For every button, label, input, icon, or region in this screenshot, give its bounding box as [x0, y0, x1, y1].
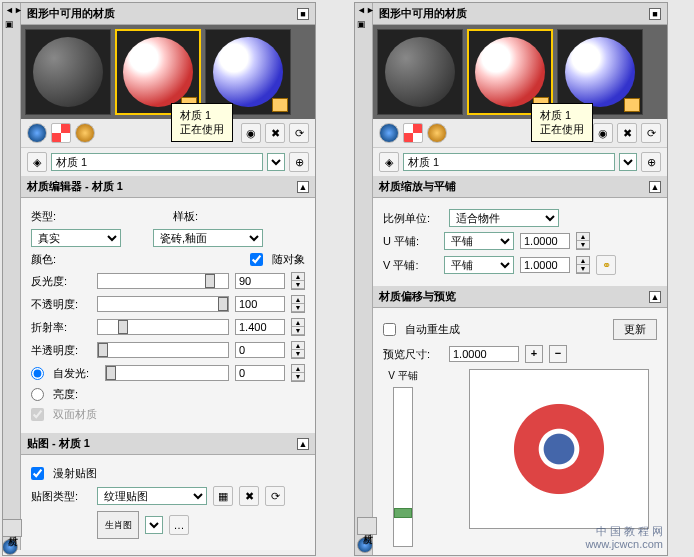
double-sided-checkbox — [31, 408, 44, 421]
map-type-select[interactable]: 纹理贴图 — [97, 487, 207, 505]
double-sided-label: 双面材质 — [53, 407, 97, 422]
minus-button[interactable]: − — [549, 345, 567, 363]
refract-input[interactable] — [235, 319, 285, 335]
self-illum-label: 自发光: — [53, 366, 99, 381]
apply-icon[interactable]: ⊕ — [289, 152, 309, 172]
expand-icon[interactable]: ◄► — [355, 3, 372, 17]
expand-icon[interactable]: ◄► — [3, 3, 20, 17]
material-icon[interactable]: ◈ — [379, 152, 399, 172]
checker-icon[interactable] — [403, 123, 423, 143]
collapse-icon[interactable]: ■ — [297, 8, 309, 20]
gloss-input[interactable] — [235, 273, 285, 289]
spinner[interactable]: ▲▼ — [291, 364, 305, 382]
refract-slider[interactable] — [97, 319, 229, 335]
follow-object-checkbox[interactable] — [250, 253, 263, 266]
map-tool-2[interactable]: ✖ — [239, 486, 259, 506]
spinner[interactable]: ▲▼ — [576, 256, 590, 274]
collapse-icon[interactable]: ▲ — [649, 291, 661, 303]
v-tile-label: V 平铺: — [383, 258, 438, 273]
spinner[interactable]: ▲▼ — [291, 295, 305, 313]
sphere-icon[interactable] — [27, 123, 47, 143]
brightness-radio[interactable] — [31, 388, 44, 401]
vtab-icon[interactable] — [357, 537, 373, 553]
map-header: 贴图 - 材质 1 ▲ — [21, 433, 315, 455]
update-button[interactable]: 更新 — [613, 319, 657, 340]
tool-icon-2[interactable]: ✖ — [265, 123, 285, 143]
link-icon[interactable]: ⚭ — [596, 255, 616, 275]
available-materials-header: 图形中可用的材质 ■ — [373, 3, 667, 25]
spinner[interactable]: ▲▼ — [291, 272, 305, 290]
apply-icon[interactable]: ⊕ — [641, 152, 661, 172]
material-name-input[interactable] — [51, 153, 263, 171]
left-panel: ◄► ▣ 图形中可用的材质 ■ ◉ ✖ ⟳ — [2, 2, 316, 556]
tooltip: 材质 1 正在使用 — [171, 103, 233, 142]
material-toolbar: ◉ ✖ ⟳ — [21, 119, 315, 148]
u-tile-label: U 平铺: — [383, 234, 438, 249]
material-name-dropdown[interactable] — [267, 153, 285, 171]
gold-sphere-icon[interactable] — [75, 123, 95, 143]
editor-header: 材质编辑器 - 材质 1 ▲ — [21, 176, 315, 198]
tool-icon-1[interactable]: ◉ — [593, 123, 613, 143]
pin-icon[interactable]: ▣ — [3, 17, 20, 31]
auto-regen-checkbox[interactable] — [383, 323, 396, 336]
tool-icon-3[interactable]: ⟳ — [641, 123, 661, 143]
map-tool-1[interactable]: ▦ — [213, 486, 233, 506]
diffuse-map-checkbox[interactable] — [31, 467, 44, 480]
map-type-label: 贴图类型: — [31, 489, 91, 504]
offset-header: 材质偏移与预览 ▲ — [373, 286, 667, 308]
spinner[interactable]: ▲▼ — [291, 318, 305, 336]
color-label: 颜色: — [31, 252, 91, 267]
right-panel: ◄► ▣ 图形中可用的材质 ■ ◉ ✖ ⟳ — [354, 2, 668, 556]
collapse-icon[interactable]: ▲ — [297, 181, 309, 193]
v-tile-preview-label: V 平铺 — [383, 369, 423, 383]
tool-icon-3[interactable]: ⟳ — [289, 123, 309, 143]
material-vtab[interactable]: 材质 — [357, 517, 377, 535]
material-thumb-1[interactable] — [25, 29, 111, 115]
material-name-dropdown[interactable] — [619, 153, 637, 171]
material-thumb-1[interactable] — [377, 29, 463, 115]
brightness-label: 亮度: — [53, 387, 78, 402]
self-illum-input[interactable] — [235, 365, 285, 381]
plus-button[interactable]: + — [525, 345, 543, 363]
v-tile-input[interactable] — [520, 257, 570, 273]
follow-object-label: 随对象 — [272, 252, 305, 267]
texture-thumb[interactable]: 生肖图 — [97, 511, 139, 539]
gold-sphere-icon[interactable] — [427, 123, 447, 143]
material-name-input[interactable] — [403, 153, 615, 171]
tool-icon-1[interactable]: ◉ — [241, 123, 261, 143]
v-tile-mode-select[interactable]: 平铺 — [444, 256, 514, 274]
preview-box — [469, 369, 649, 529]
arrow-icon — [624, 98, 640, 112]
opacity-label: 不透明度: — [31, 297, 91, 312]
spinner[interactable]: ▲▼ — [576, 232, 590, 250]
sphere-icon[interactable] — [379, 123, 399, 143]
gloss-slider[interactable] — [97, 273, 229, 289]
pin-icon[interactable]: ▣ — [355, 17, 372, 31]
self-illum-radio[interactable] — [31, 367, 44, 380]
material-vtab[interactable]: 材质 — [2, 519, 22, 537]
collapse-icon[interactable]: ▲ — [297, 438, 309, 450]
checker-icon[interactable] — [51, 123, 71, 143]
template-select[interactable]: 瓷砖,釉面 — [153, 229, 263, 247]
material-icon[interactable]: ◈ — [27, 152, 47, 172]
texture-dropdown[interactable] — [145, 516, 163, 534]
browse-icon[interactable]: … — [169, 515, 189, 535]
u-tile-input[interactable] — [520, 233, 570, 249]
translucency-input[interactable] — [235, 342, 285, 358]
preview-size-input[interactable] — [449, 346, 519, 362]
collapse-icon[interactable]: ▲ — [649, 181, 661, 193]
opacity-input[interactable] — [235, 296, 285, 312]
vtab-icon[interactable] — [2, 539, 18, 555]
self-illum-slider[interactable] — [105, 365, 229, 381]
spinner[interactable]: ▲▼ — [291, 341, 305, 359]
type-select[interactable]: 真实 — [31, 229, 121, 247]
scale-unit-select[interactable]: 适合物件 — [449, 209, 559, 227]
material-toolbar: ◉ ✖ ⟳ — [373, 119, 667, 148]
v-tile-vslider[interactable] — [393, 387, 413, 547]
collapse-icon[interactable]: ■ — [649, 8, 661, 20]
map-tool-3[interactable]: ⟳ — [265, 486, 285, 506]
opacity-slider[interactable] — [97, 296, 229, 312]
u-tile-mode-select[interactable]: 平铺 — [444, 232, 514, 250]
translucency-slider[interactable] — [97, 342, 229, 358]
tool-icon-2[interactable]: ✖ — [617, 123, 637, 143]
